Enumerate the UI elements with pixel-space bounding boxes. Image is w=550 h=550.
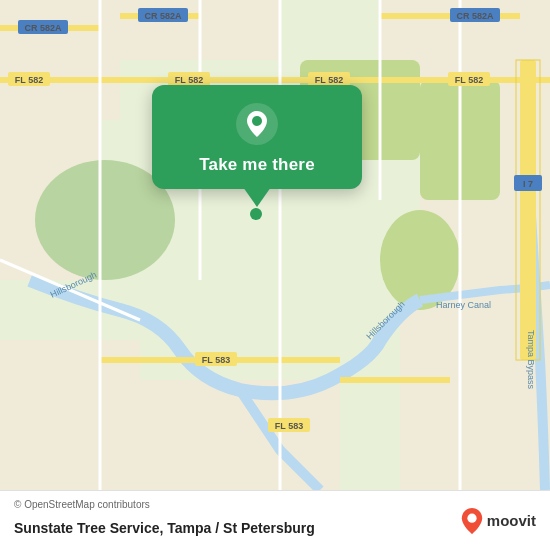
bottom-bar: © OpenStreetMap contributors Sunstate Tr… <box>0 490 550 550</box>
moovit-pin-icon <box>461 508 483 534</box>
svg-text:FL 582: FL 582 <box>315 75 343 85</box>
svg-text:CR 582A: CR 582A <box>144 11 182 21</box>
moovit-logo: moovit <box>461 508 536 534</box>
svg-text:Harney Canal: Harney Canal <box>436 300 491 310</box>
svg-point-57 <box>467 513 476 522</box>
location-pin-icon <box>236 103 278 145</box>
svg-text:Tampa Bypass: Tampa Bypass <box>526 330 536 390</box>
moovit-text: moovit <box>487 512 536 529</box>
svg-rect-1 <box>0 0 120 120</box>
svg-text:FL 582: FL 582 <box>15 75 43 85</box>
svg-text:FL 583: FL 583 <box>275 421 303 431</box>
popup-label: Take me there <box>199 155 315 175</box>
svg-rect-28 <box>520 60 536 360</box>
svg-text:CR 582A: CR 582A <box>24 23 62 33</box>
svg-text:I 7: I 7 <box>523 179 533 189</box>
attribution-text: © OpenStreetMap contributors <box>14 499 150 510</box>
map-view: CR 582A CR 582A CR 582A FL 582 FL 582 FL… <box>0 0 550 490</box>
location-title: Sunstate Tree Service, Tampa / St Peters… <box>14 520 536 536</box>
svg-text:FL 582: FL 582 <box>455 75 483 85</box>
svg-text:FL 582: FL 582 <box>175 75 203 85</box>
svg-point-54 <box>250 208 262 220</box>
svg-point-56 <box>252 116 262 126</box>
svg-text:FL 583: FL 583 <box>202 355 230 365</box>
location-popup[interactable]: Take me there <box>152 85 362 189</box>
svg-text:CR 582A: CR 582A <box>456 11 494 21</box>
